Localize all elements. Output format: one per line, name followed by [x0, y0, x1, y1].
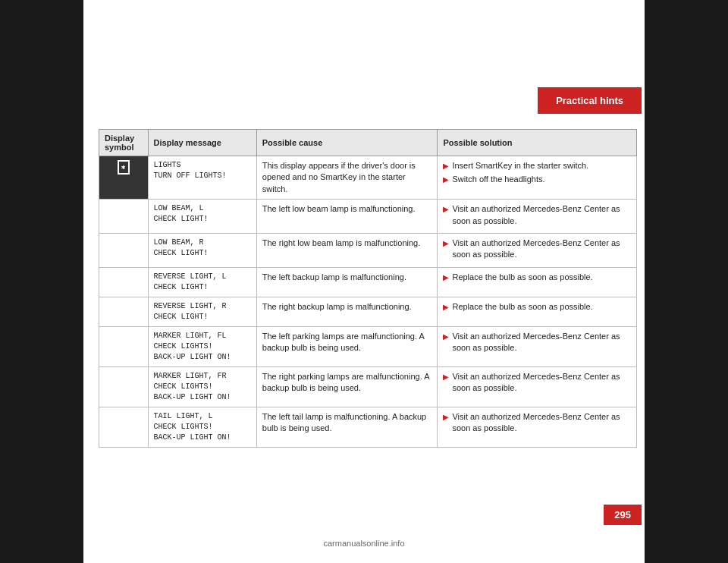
symbol-cell [99, 366, 149, 407]
col-header-cause: Possible cause [256, 130, 438, 156]
solution-item: ▶Visit an authorized Mercedes-Benz Cente… [443, 411, 631, 435]
bullet-arrow-icon: ▶ [443, 161, 449, 171]
cause-cell: The left backup lamp is malfunctioning. [256, 267, 438, 297]
table-row: ✱LIGHTS TURN OFF LIGHTS!This display app… [99, 156, 637, 200]
solution-cell: ▶Insert SmartKey in the starter switch.▶… [438, 156, 637, 200]
bullet-arrow-icon: ▶ [443, 238, 449, 249]
solution-item: ▶Switch off the headlights. [443, 174, 631, 185]
solution-cell: ▶Visit an authorized Mercedes-Benz Cente… [438, 366, 637, 407]
message-cell: MARKER LIGHT, FL CHECK LIGHTS! BACK-UP L… [148, 326, 256, 366]
symbol-cell [99, 233, 149, 267]
bullet-arrow-icon: ▶ [443, 175, 449, 185]
symbol-cell: ✱ [99, 156, 149, 200]
symbol-cell [99, 297, 149, 326]
symbol-cell [99, 326, 149, 366]
bullet-arrow-icon: ▶ [443, 412, 449, 423]
table-row: TAIL LIGHT, L CHECK LIGHTS! BACK-UP LIGH… [99, 407, 637, 447]
solution-text: Replace the bulb as soon as possible. [452, 301, 592, 313]
solution-item: ▶Visit an authorized Mercedes-Benz Cente… [443, 371, 631, 395]
bullet-arrow-icon: ▶ [443, 332, 449, 342]
solution-cell: ▶Visit an authorized Mercedes-Benz Cente… [438, 200, 637, 234]
solution-text: Visit an authorized Mercedes-Benz Center… [452, 331, 631, 354]
cause-cell: The right low beam lamp is malfunctionin… [256, 233, 438, 267]
table-row: REVERSE LIGHT, R CHECK LIGHT!The right b… [99, 297, 637, 326]
bullet-arrow-icon: ▶ [443, 272, 449, 283]
table-row: MARKER LIGHT, FL CHECK LIGHTS! BACK-UP L… [99, 326, 637, 366]
symbol-cell [99, 267, 149, 297]
bullet-arrow-icon: ▶ [443, 302, 449, 313]
message-cell: LOW BEAM, R CHECK LIGHT! [148, 233, 256, 267]
solution-cell: ▶Visit an authorized Mercedes-Benz Cente… [438, 407, 637, 447]
bullet-arrow-icon: ▶ [443, 204, 449, 215]
message-cell: REVERSE LIGHT, L CHECK LIGHT! [148, 267, 256, 297]
solution-item: ▶Visit an authorized Mercedes-Benz Cente… [443, 237, 631, 261]
cause-cell: The left parking lamps are malfunctionin… [256, 326, 438, 366]
message-cell: LIGHTS TURN OFF LIGHTS! [148, 156, 256, 200]
message-cell: REVERSE LIGHT, R CHECK LIGHT! [148, 297, 256, 326]
cause-cell: The right backup lamp is malfunctioning. [256, 297, 438, 326]
solution-item: ▶Visit an authorized Mercedes-Benz Cente… [443, 203, 631, 227]
solution-cell: ▶Replace the bulb as soon as possible. [438, 267, 637, 297]
solution-item: ▶Replace the bulb as soon as possible. [443, 301, 631, 313]
display-messages-table: Display symbol Display message Possible … [99, 129, 637, 448]
table-row: REVERSE LIGHT, L CHECK LIGHT!The left ba… [99, 267, 637, 297]
col-header-symbol: Display symbol [99, 130, 149, 156]
main-table-container: Display symbol Display message Possible … [99, 129, 637, 448]
solution-text: Visit an authorized Mercedes-Benz Center… [452, 411, 631, 435]
cause-cell: This display appears if the driver's doo… [256, 156, 438, 200]
bullet-arrow-icon: ▶ [443, 372, 449, 382]
solution-cell: ▶Replace the bulb as soon as possible. [438, 297, 637, 326]
message-cell: MARKER LIGHT, FR CHECK LIGHTS! BACK-UP L… [148, 366, 256, 407]
solution-item: ▶Visit an authorized Mercedes-Benz Cente… [443, 331, 631, 354]
message-cell: TAIL LIGHT, L CHECK LIGHTS! BACK-UP LIGH… [148, 407, 256, 447]
col-header-message: Display message [148, 130, 256, 156]
solution-text: Replace the bulb as soon as possible. [452, 272, 592, 283]
cause-cell: The left tail lamp is malfunctioning. A … [256, 407, 438, 447]
cause-cell: The left low beam lamp is malfunctioning… [256, 200, 438, 234]
solution-text: Insert SmartKey in the starter switch. [452, 160, 588, 171]
table-row: MARKER LIGHT, FR CHECK LIGHTS! BACK-UP L… [99, 366, 637, 407]
solution-cell: ▶Visit an authorized Mercedes-Benz Cente… [438, 326, 637, 366]
solution-text: Visit an authorized Mercedes-Benz Center… [452, 203, 631, 227]
light-symbol-icon: ✱ [118, 160, 129, 175]
message-cell: LOW BEAM, L CHECK LIGHT! [148, 200, 256, 234]
solution-text: Switch off the headlights. [452, 174, 544, 185]
page-number: 295 [604, 505, 642, 525]
watermark: carmanualsonline.info [0, 539, 728, 548]
section-tab: Practical hints [538, 87, 642, 114]
symbol-cell [99, 407, 149, 447]
cause-cell: The right parking lamps are malfunctioni… [256, 366, 438, 407]
table-row: LOW BEAM, L CHECK LIGHT!The left low bea… [99, 200, 637, 234]
solution-item: ▶Insert SmartKey in the starter switch. [443, 160, 631, 171]
symbol-cell [99, 200, 149, 234]
table-row: LOW BEAM, R CHECK LIGHT!The right low be… [99, 233, 637, 267]
solution-item: ▶Replace the bulb as soon as possible. [443, 272, 631, 283]
col-header-solution: Possible solution [438, 130, 637, 156]
section-tab-label: Practical hints [556, 95, 623, 106]
solution-cell: ▶Visit an authorized Mercedes-Benz Cente… [438, 233, 637, 267]
solution-text: Visit an authorized Mercedes-Benz Center… [452, 371, 631, 395]
solution-text: Visit an authorized Mercedes-Benz Center… [452, 237, 631, 261]
